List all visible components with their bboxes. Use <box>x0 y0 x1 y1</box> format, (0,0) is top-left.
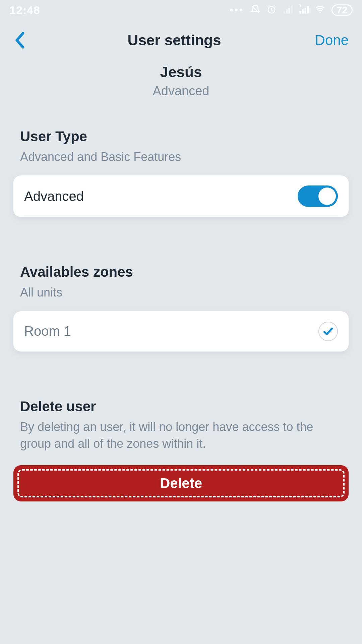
alarm-icon <box>266 4 277 16</box>
svg-point-10 <box>319 11 321 13</box>
battery-level: 72 <box>337 5 348 15</box>
section-title: Availables zones <box>20 264 342 280</box>
svg-rect-4 <box>291 6 293 14</box>
more-icon: ••• <box>230 5 244 15</box>
section-header: Delete user By deleting an user, it will… <box>13 398 349 452</box>
delete-button-border: Delete <box>17 469 345 497</box>
user-role: Advanced <box>13 84 349 98</box>
status-time: 12:48 <box>9 4 40 17</box>
nav-bar: User settings Done <box>0 20 362 60</box>
check-icon <box>322 326 334 337</box>
section-subtitle: By deleting an user, it will no longer h… <box>20 419 342 452</box>
section-zones: Availables zones All units Room 1 <box>0 217 362 351</box>
advanced-toggle[interactable] <box>298 185 338 207</box>
section-delete: Delete user By deleting an user, it will… <box>0 352 362 452</box>
battery-indicator: 72 <box>331 4 353 16</box>
zone-label: Room 1 <box>24 324 71 339</box>
toggle-knob <box>318 187 336 205</box>
chevron-left-icon <box>13 32 25 49</box>
status-icons: ••• R <box>230 4 353 16</box>
svg-rect-7 <box>304 8 306 14</box>
dnd-icon <box>250 4 260 16</box>
page-title: User settings <box>128 32 221 49</box>
section-header: Availables zones All units <box>13 264 349 301</box>
svg-rect-8 <box>307 6 309 14</box>
delete-button-label: Delete <box>160 475 202 491</box>
signal-roaming-icon: R <box>299 4 309 16</box>
section-title: User Type <box>20 128 342 145</box>
svg-rect-1 <box>283 11 285 14</box>
svg-rect-3 <box>288 8 290 14</box>
user-name: Jesús <box>13 64 349 80</box>
section-subtitle: All units <box>20 284 342 301</box>
status-bar: 12:48 ••• <box>0 0 362 20</box>
section-title: Delete user <box>20 398 342 415</box>
section-user-type: User Type Advanced and Basic Features Ad… <box>0 108 362 217</box>
svg-rect-2 <box>286 9 288 14</box>
zone-row[interactable]: Room 1 <box>13 311 349 352</box>
svg-text:R: R <box>299 4 301 8</box>
advanced-toggle-row: Advanced <box>13 175 349 217</box>
wifi-icon <box>315 4 325 16</box>
section-header: User Type Advanced and Basic Features <box>13 128 349 165</box>
svg-rect-5 <box>299 11 301 14</box>
zone-checkbox[interactable] <box>318 322 338 341</box>
signal-icon <box>283 4 293 16</box>
done-button[interactable]: Done <box>308 32 349 48</box>
svg-rect-6 <box>302 9 304 14</box>
back-button[interactable] <box>13 32 40 49</box>
toggle-label: Advanced <box>24 189 84 204</box>
section-subtitle: Advanced and Basic Features <box>20 149 342 165</box>
delete-button[interactable]: Delete <box>13 465 349 501</box>
user-header: Jesús Advanced <box>0 60 362 108</box>
